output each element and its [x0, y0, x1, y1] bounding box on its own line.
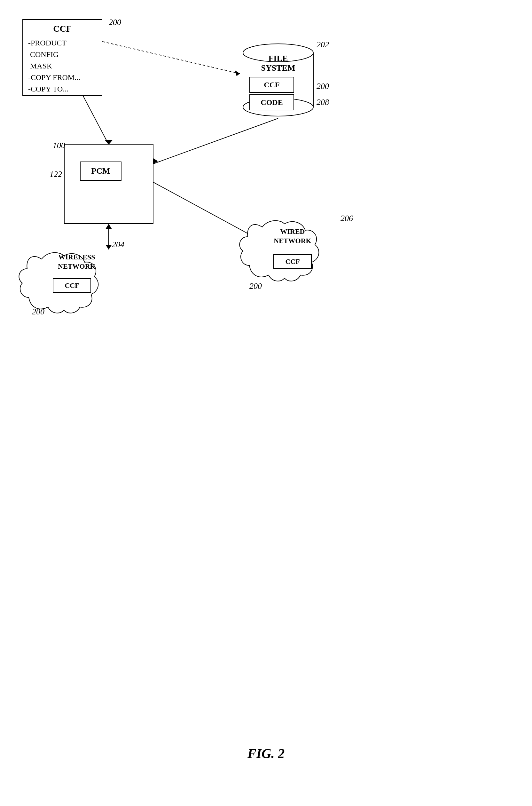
label-208: 208 [317, 97, 329, 107]
ccf-line-4: -COPY FROM... [28, 72, 97, 83]
ccf-box: CCF -PRODUCT CONFIG MASK -COPY FROM... -… [22, 19, 102, 96]
svg-marker-7 [106, 224, 112, 229]
wireless-ccf-box: CCF [53, 278, 91, 293]
diagram-container: CCF -PRODUCT CONFIG MASK -COPY FROM... -… [0, 0, 532, 806]
label-200-wired: 200 [249, 281, 262, 291]
svg-marker-1 [235, 70, 240, 76]
ccf-line-1: -PRODUCT [28, 37, 97, 49]
ccf-line-3: MASK [28, 60, 97, 72]
svg-marker-5 [153, 158, 158, 164]
ccf-box-title: CCF [28, 24, 97, 34]
label-122: 122 [50, 170, 62, 179]
label-200-top: 200 [109, 18, 121, 27]
wired-network-label: WIREDNETWORK [251, 227, 334, 245]
wired-ccf-box: CCF [273, 254, 312, 269]
pcm-inner-box: PCM [80, 162, 121, 181]
svg-line-4 [153, 118, 278, 164]
file-system-label: FILESYSTEM [243, 54, 313, 73]
label-200-fs-ccf: 200 [317, 81, 329, 91]
svg-line-2 [83, 96, 109, 145]
ccf-line-2: CONFIG [28, 49, 97, 60]
svg-line-0 [102, 42, 240, 74]
fs-ccf-box: CCF [249, 77, 294, 93]
ccf-line-5: -COPY TO... [28, 83, 97, 95]
svg-line-9 [153, 182, 265, 243]
svg-marker-8 [106, 245, 112, 249]
wireless-network-label: WIRELESSNETWORK [35, 253, 118, 271]
figure-label: FIG. 2 [247, 746, 285, 761]
label-204: 204 [112, 240, 125, 249]
label-100: 100 [53, 141, 65, 150]
fs-code-box: CODE [249, 94, 294, 110]
arrows-svg [0, 0, 532, 806]
label-202: 202 [317, 40, 329, 50]
label-206: 206 [341, 214, 353, 223]
ccf-box-content: -PRODUCT CONFIG MASK -COPY FROM... -COPY… [28, 37, 97, 95]
label-200-wireless: 200 [32, 307, 44, 317]
pcm-outer-box [64, 144, 153, 224]
